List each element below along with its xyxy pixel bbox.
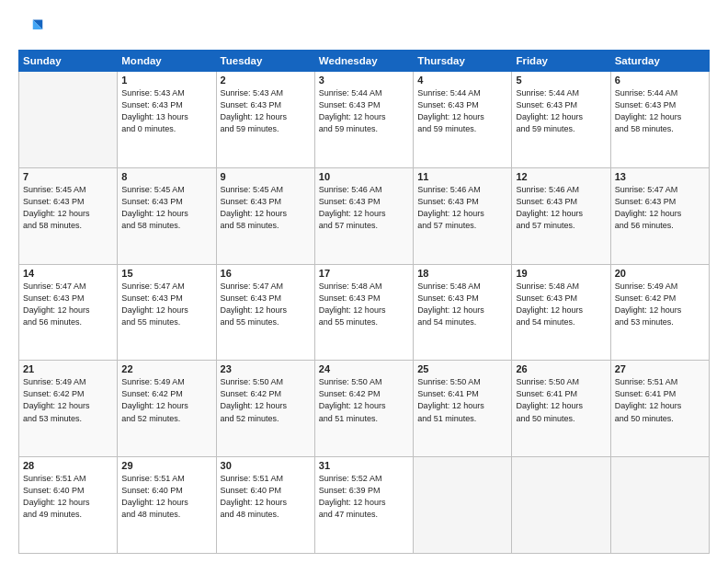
calendar-cell: 13Sunrise: 5:47 AM Sunset: 6:43 PM Dayli… <box>610 167 709 264</box>
day-number: 8 <box>121 171 211 182</box>
cell-info: Sunrise: 5:44 AM Sunset: 6:43 PM Dayligh… <box>516 87 606 135</box>
day-number: 27 <box>615 363 705 374</box>
day-number: 5 <box>516 75 606 86</box>
calendar-cell: 26Sunrise: 5:50 AM Sunset: 6:41 PM Dayli… <box>512 361 610 457</box>
calendar-cell: 1Sunrise: 5:43 AM Sunset: 6:43 PM Daylig… <box>118 72 216 168</box>
calendar-cell <box>610 457 709 554</box>
cell-info: Sunrise: 5:50 AM Sunset: 6:42 PM Dayligh… <box>221 376 311 424</box>
calendar-cell: 29Sunrise: 5:51 AM Sunset: 6:40 PM Dayli… <box>118 457 216 554</box>
calendar-cell: 14Sunrise: 5:47 AM Sunset: 6:43 PM Dayli… <box>19 264 118 361</box>
header <box>18 17 710 42</box>
cell-info: Sunrise: 5:49 AM Sunset: 6:42 PM Dayligh… <box>615 281 705 328</box>
calendar-cell: 25Sunrise: 5:50 AM Sunset: 6:41 PM Dayli… <box>414 361 512 457</box>
cell-info: Sunrise: 5:47 AM Sunset: 6:43 PM Dayligh… <box>221 281 311 328</box>
cell-info: Sunrise: 5:50 AM Sunset: 6:42 PM Dayligh… <box>319 376 409 424</box>
day-number: 9 <box>221 171 311 182</box>
calendar-cell: 21Sunrise: 5:49 AM Sunset: 6:42 PM Dayli… <box>19 361 118 457</box>
day-number: 14 <box>23 268 113 279</box>
cell-info: Sunrise: 5:51 AM Sunset: 6:40 PM Dayligh… <box>23 473 113 521</box>
calendar-cell: 18Sunrise: 5:48 AM Sunset: 6:43 PM Dayli… <box>414 264 512 361</box>
day-number: 10 <box>319 171 409 182</box>
week-row: 21Sunrise: 5:49 AM Sunset: 6:42 PM Dayli… <box>19 361 710 457</box>
day-number: 21 <box>23 363 113 374</box>
cell-info: Sunrise: 5:45 AM Sunset: 6:43 PM Dayligh… <box>221 184 311 232</box>
calendar-cell: 12Sunrise: 5:46 AM Sunset: 6:43 PM Dayli… <box>512 167 610 264</box>
calendar-cell: 24Sunrise: 5:50 AM Sunset: 6:42 PM Dayli… <box>314 361 413 457</box>
cell-info: Sunrise: 5:44 AM Sunset: 6:43 PM Dayligh… <box>319 87 409 135</box>
calendar-page: SundayMondayTuesdayWednesdayThursdayFrid… <box>0 0 728 563</box>
week-row: 28Sunrise: 5:51 AM Sunset: 6:40 PM Dayli… <box>19 457 710 554</box>
cell-info: Sunrise: 5:46 AM Sunset: 6:43 PM Dayligh… <box>417 184 507 232</box>
cell-info: Sunrise: 5:48 AM Sunset: 6:43 PM Dayligh… <box>319 281 409 328</box>
calendar-table: SundayMondayTuesdayWednesdayThursdayFrid… <box>18 50 710 554</box>
day-number: 17 <box>319 268 409 279</box>
cell-info: Sunrise: 5:51 AM Sunset: 6:40 PM Dayligh… <box>221 473 311 521</box>
calendar-cell: 7Sunrise: 5:45 AM Sunset: 6:43 PM Daylig… <box>19 167 118 264</box>
header-row: SundayMondayTuesdayWednesdayThursdayFrid… <box>19 51 710 72</box>
calendar-cell: 17Sunrise: 5:48 AM Sunset: 6:43 PM Dayli… <box>314 264 413 361</box>
calendar-cell: 11Sunrise: 5:46 AM Sunset: 6:43 PM Dayli… <box>414 167 512 264</box>
day-number: 24 <box>319 363 409 374</box>
cell-info: Sunrise: 5:49 AM Sunset: 6:42 PM Dayligh… <box>23 376 113 424</box>
calendar-cell: 9Sunrise: 5:45 AM Sunset: 6:43 PM Daylig… <box>216 167 314 264</box>
day-header-thursday: Thursday <box>414 51 512 72</box>
cell-info: Sunrise: 5:47 AM Sunset: 6:43 PM Dayligh… <box>23 281 113 328</box>
day-header-monday: Monday <box>118 51 216 72</box>
calendar-cell <box>512 457 610 554</box>
day-header-wednesday: Wednesday <box>314 51 413 72</box>
calendar-cell: 27Sunrise: 5:51 AM Sunset: 6:41 PM Dayli… <box>610 361 709 457</box>
calendar-cell: 16Sunrise: 5:47 AM Sunset: 6:43 PM Dayli… <box>216 264 314 361</box>
calendar-cell: 22Sunrise: 5:49 AM Sunset: 6:42 PM Dayli… <box>118 361 216 457</box>
day-number: 13 <box>615 171 705 182</box>
day-header-sunday: Sunday <box>19 51 118 72</box>
calendar-cell: 5Sunrise: 5:44 AM Sunset: 6:43 PM Daylig… <box>512 72 610 168</box>
cell-info: Sunrise: 5:46 AM Sunset: 6:43 PM Dayligh… <box>516 184 606 232</box>
day-number: 1 <box>121 75 211 86</box>
day-number: 11 <box>417 171 507 182</box>
cell-info: Sunrise: 5:43 AM Sunset: 6:43 PM Dayligh… <box>221 87 311 135</box>
calendar-cell: 30Sunrise: 5:51 AM Sunset: 6:40 PM Dayli… <box>216 457 314 554</box>
calendar-cell: 28Sunrise: 5:51 AM Sunset: 6:40 PM Dayli… <box>19 457 118 554</box>
cell-info: Sunrise: 5:44 AM Sunset: 6:43 PM Dayligh… <box>615 87 705 135</box>
cell-info: Sunrise: 5:46 AM Sunset: 6:43 PM Dayligh… <box>319 184 409 232</box>
cell-info: Sunrise: 5:44 AM Sunset: 6:43 PM Dayligh… <box>417 87 507 135</box>
calendar-cell: 10Sunrise: 5:46 AM Sunset: 6:43 PM Dayli… <box>314 167 413 264</box>
cell-info: Sunrise: 5:51 AM Sunset: 6:41 PM Dayligh… <box>615 376 705 424</box>
cell-info: Sunrise: 5:45 AM Sunset: 6:43 PM Dayligh… <box>121 184 211 232</box>
calendar-cell: 2Sunrise: 5:43 AM Sunset: 6:43 PM Daylig… <box>216 72 314 168</box>
cell-info: Sunrise: 5:50 AM Sunset: 6:41 PM Dayligh… <box>516 376 606 424</box>
cell-info: Sunrise: 5:50 AM Sunset: 6:41 PM Dayligh… <box>417 376 507 424</box>
week-row: 14Sunrise: 5:47 AM Sunset: 6:43 PM Dayli… <box>19 264 710 361</box>
cell-info: Sunrise: 5:48 AM Sunset: 6:43 PM Dayligh… <box>417 281 507 328</box>
calendar-cell: 31Sunrise: 5:52 AM Sunset: 6:39 PM Dayli… <box>314 457 413 554</box>
day-number: 20 <box>615 268 705 279</box>
day-number: 28 <box>23 460 113 471</box>
calendar-cell: 20Sunrise: 5:49 AM Sunset: 6:42 PM Dayli… <box>610 264 709 361</box>
day-number: 29 <box>121 460 211 471</box>
cell-info: Sunrise: 5:51 AM Sunset: 6:40 PM Dayligh… <box>121 473 211 521</box>
day-number: 25 <box>417 363 507 374</box>
cell-info: Sunrise: 5:45 AM Sunset: 6:43 PM Dayligh… <box>23 184 113 232</box>
day-number: 15 <box>121 268 211 279</box>
day-number: 22 <box>121 363 211 374</box>
week-row: 1Sunrise: 5:43 AM Sunset: 6:43 PM Daylig… <box>19 72 710 168</box>
cell-info: Sunrise: 5:43 AM Sunset: 6:43 PM Dayligh… <box>121 87 211 135</box>
cell-info: Sunrise: 5:47 AM Sunset: 6:43 PM Dayligh… <box>615 184 705 232</box>
day-number: 30 <box>221 460 311 471</box>
day-number: 23 <box>221 363 311 374</box>
logo-icon <box>18 17 44 42</box>
calendar-cell <box>19 72 118 168</box>
calendar-cell: 6Sunrise: 5:44 AM Sunset: 6:43 PM Daylig… <box>610 72 709 168</box>
day-number: 18 <box>417 268 507 279</box>
day-number: 6 <box>615 75 705 86</box>
logo <box>18 17 48 42</box>
day-number: 3 <box>319 75 409 86</box>
day-header-friday: Friday <box>512 51 610 72</box>
day-number: 19 <box>516 268 606 279</box>
day-number: 2 <box>221 75 311 86</box>
day-number: 26 <box>516 363 606 374</box>
cell-info: Sunrise: 5:52 AM Sunset: 6:39 PM Dayligh… <box>319 473 409 521</box>
day-number: 7 <box>23 171 113 182</box>
day-number: 12 <box>516 171 606 182</box>
cell-info: Sunrise: 5:48 AM Sunset: 6:43 PM Dayligh… <box>516 281 606 328</box>
